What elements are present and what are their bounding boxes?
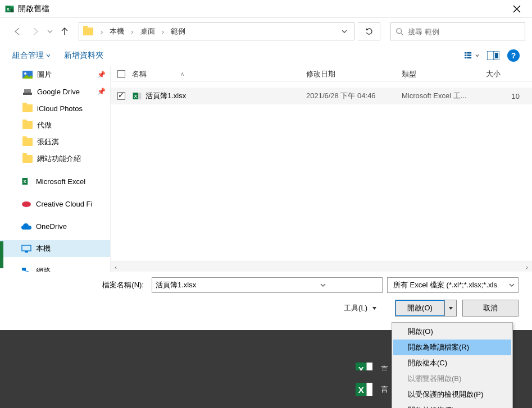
excel-left-accent [0, 241, 3, 268]
sidebar-item-cc[interactable]: Creative Cloud Fi [0, 195, 110, 212]
tools-menu[interactable]: 工具(L) [339, 303, 381, 313]
triangle-down-icon [448, 306, 453, 311]
up-button[interactable] [57, 24, 72, 39]
new-folder-button[interactable]: 新增資料夾 [64, 51, 103, 61]
col-date-header[interactable]: 修改日期 [306, 69, 402, 79]
dd-open-repair[interactable]: 開啟並修復(E)... [393, 402, 511, 408]
folder-icon [22, 137, 33, 147]
file-pane: 名稱∧ 修改日期 類型 大小 X 活頁簿1.xlsx 2021/6/28 下午 … [111, 66, 532, 272]
sidebar-item-folder3[interactable]: 網站功能介紹 [0, 150, 110, 167]
open-dropdown-button[interactable] [445, 300, 456, 316]
svg-rect-5 [11, 11, 13, 12]
excel-file-icon: X [132, 91, 142, 101]
sidebar-item-icloud[interactable]: iCloud Photos [0, 100, 110, 117]
svg-point-20 [24, 72, 26, 75]
folder-icon [22, 103, 33, 113]
dd-open[interactable]: 開啟(O) [393, 324, 511, 340]
main-area: 圖片 📌 Google Drive 📌 iCloud Photos 代做 張鈺淇… [0, 66, 532, 272]
sidebar-item-gdrive[interactable]: Google Drive 📌 [0, 83, 110, 100]
chevron-down-icon [475, 53, 479, 58]
column-headers: 名稱∧ 修改日期 類型 大小 [111, 66, 532, 82]
folder-icon [81, 25, 95, 38]
close-icon [513, 5, 521, 13]
svg-rect-14 [465, 57, 466, 59]
svg-point-8 [397, 29, 402, 34]
view-mode-button[interactable] [465, 49, 479, 62]
h-scrollbar[interactable]: ‹ › [111, 262, 532, 272]
chevron-right-icon[interactable]: › [160, 27, 166, 36]
bottom-panel: 檔案名稱(N): 活頁簿1.xlsx 所有 Excel 檔案 (*.xl*;*.… [0, 272, 532, 322]
file-type: Microsoft Excel 工... [402, 91, 486, 101]
svg-point-25 [22, 201, 31, 207]
filename-input[interactable]: 活頁簿1.xlsx [152, 277, 383, 293]
col-check[interactable] [111, 70, 132, 78]
sidebar-item-onedrive[interactable]: OneDrive [0, 218, 110, 235]
preview-pane-button[interactable] [486, 49, 501, 62]
checkbox-icon [117, 70, 125, 78]
file-type-filter[interactable]: 所有 Excel 檔案 (*.xl*;*.xlsx;*.xls [387, 277, 519, 293]
breadcrumb: › 本機 › 桌面 › 範例 [98, 26, 354, 36]
pin-icon: 📌 [97, 71, 106, 79]
dd-open-copy[interactable]: 開啟複本(C) [393, 355, 511, 371]
title-bar: X 開啟舊檔 [0, 0, 532, 18]
search-input[interactable] [408, 27, 520, 36]
pc-icon [21, 244, 31, 254]
pictures-icon [22, 70, 33, 80]
svg-rect-4 [11, 9, 13, 11]
toolbar: 組合管理 新增資料夾 ? [0, 45, 532, 66]
checkbox-icon[interactable] [117, 92, 125, 100]
sidebar-item-excel[interactable]: X Microsoft Excel [0, 173, 110, 190]
sidebar-item-folder2[interactable]: 張鈺淇 [0, 134, 110, 150]
breadcrumb-item[interactable]: 本機 [107, 26, 126, 36]
sidebar-item-folder1[interactable]: 代做 [0, 117, 110, 134]
sort-asc-icon: ∧ [180, 71, 184, 77]
dd-open-protected[interactable]: 以受保護的檢視開啟(P) [393, 387, 511, 402]
arrow-left-icon [12, 26, 22, 36]
search-box[interactable] [390, 22, 525, 40]
open-button[interactable]: 開啟(O) [395, 300, 445, 316]
pin-icon: 📌 [97, 88, 106, 95]
help-button[interactable]: ? [507, 49, 520, 62]
file-name: 活頁簿1.xlsx [145, 91, 186, 101]
network-icon [21, 266, 31, 272]
cancel-button[interactable]: 取消 [462, 300, 519, 317]
breadcrumb-history-drop[interactable] [335, 27, 354, 36]
chevron-right-icon[interactable]: › [129, 27, 135, 36]
svg-line-30 [24, 271, 29, 272]
view-list-icon [465, 51, 475, 60]
col-size-header[interactable]: 大小 [486, 69, 520, 79]
gdrive-icon [22, 86, 33, 97]
scroll-left-icon[interactable]: ‹ [111, 264, 121, 271]
svg-rect-28 [22, 268, 26, 271]
window-title: 開啟舊檔 [18, 4, 49, 14]
open-dropdown-menu: 開啟(O) 開啟為唯讀檔案(R) 開啟複本(C) 以瀏覽器開啟(B) 以受保護的… [392, 322, 513, 408]
address-bar[interactable]: › 本機 › 桌面 › 範例 [79, 22, 354, 40]
col-type-header[interactable]: 類型 [402, 69, 486, 79]
back-button[interactable] [10, 24, 25, 39]
sidebar-item-pictures[interactable]: 圖片 📌 [0, 66, 110, 83]
chevron-down-icon [509, 282, 515, 288]
view-buttons: ? [465, 49, 520, 62]
organize-menu[interactable]: 組合管理 [12, 51, 51, 61]
scroll-right-icon[interactable]: › [522, 264, 532, 271]
svg-rect-22 [24, 89, 31, 93]
close-button[interactable] [504, 1, 530, 17]
dd-open-readonly[interactable]: 開啟為唯讀檔案(R) [393, 340, 511, 355]
filename-history-drop[interactable] [267, 281, 379, 290]
chevron-down-icon [46, 53, 51, 58]
recent-dropdown[interactable] [46, 24, 54, 39]
chevron-right-icon[interactable]: › [98, 27, 105, 36]
svg-rect-2 [11, 6, 13, 7]
file-row[interactable]: X 活頁簿1.xlsx 2021/6/28 下午 04:46 Microsoft… [111, 88, 532, 104]
svg-rect-18 [495, 53, 498, 58]
sidebar-item-this-pc[interactable]: 本機 [0, 240, 110, 257]
refresh-button[interactable] [358, 22, 380, 40]
col-name-header[interactable]: 名稱∧ [132, 69, 306, 79]
breadcrumb-item[interactable]: 桌面 [138, 26, 157, 36]
svg-rect-13 [467, 54, 471, 56]
sidebar[interactable]: 圖片 📌 Google Drive 📌 iCloud Photos 代做 張鈺淇… [0, 66, 111, 272]
breadcrumb-item[interactable]: 範例 [169, 26, 188, 36]
forward-button[interactable] [28, 24, 43, 39]
svg-rect-33 [138, 93, 141, 99]
sidebar-item-network[interactable]: 網路 [0, 263, 110, 272]
